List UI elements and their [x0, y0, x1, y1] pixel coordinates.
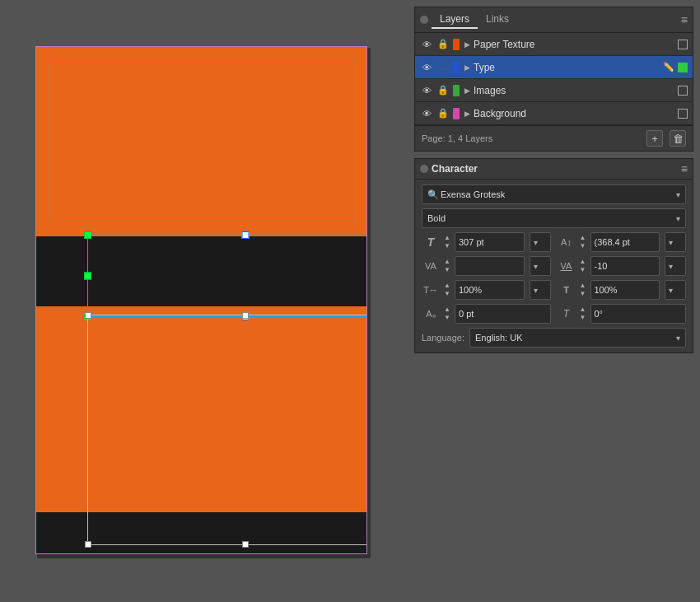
leading-input-group[interactable]: [590, 232, 660, 252]
language-dropdown[interactable]: English: UK ▾: [469, 328, 686, 348]
tracking-spinners: ▲ ▼: [443, 258, 451, 274]
layer-row-paper-texture[interactable]: 👁 🔒 ▶ Paper Texture: [415, 33, 693, 56]
fontsize-down[interactable]: ▼: [443, 242, 451, 250]
layers-panel-titlebar: Layers Links ≡: [415, 7, 693, 33]
baseline-down[interactable]: ▼: [443, 314, 451, 322]
layer-row-type[interactable]: 👁 — ▶ Type ✏️: [415, 56, 693, 79]
font-name-row: 🔍 Exensa Grotesk ▾: [422, 184, 686, 204]
vertscale-up[interactable]: ▲: [579, 282, 587, 290]
language-value: English: UK: [475, 333, 676, 343]
fontsize-unit-arrow: ▾: [534, 238, 538, 247]
layer-edit-icon-type[interactable]: ✏️: [663, 62, 674, 72]
font-name-dropdown[interactable]: 🔍 Exensa Grotesk ▾: [422, 184, 686, 204]
skew-up[interactable]: ▲: [579, 306, 587, 314]
vertscale-unit-dropdown[interactable]: ▾: [665, 280, 686, 300]
tab-layers[interactable]: Layers: [432, 11, 478, 29]
character-panel-titlebar: Character ≡: [415, 159, 693, 180]
tracking-input[interactable]: [459, 261, 520, 271]
page-container: Trainspotting: [35, 46, 369, 557]
vertscale-input-group[interactable]: [590, 280, 660, 300]
leading-down[interactable]: ▼: [579, 242, 587, 250]
character-panel-menu-icon[interactable]: ≡: [681, 162, 688, 175]
leading-icon: A↕: [558, 237, 576, 247]
horizscale-up[interactable]: ▲: [443, 282, 451, 290]
skew-down[interactable]: ▼: [579, 314, 587, 322]
orange-inner-rect: [49, 59, 356, 224]
scale-row: T↔ ▲ ▼ ▾ T ▲ ▼: [422, 280, 686, 300]
fontsize-input-group[interactable]: [455, 232, 525, 252]
layer-eye-background[interactable]: 👁: [420, 107, 433, 120]
layer-eye-paper-texture[interactable]: 👁: [420, 38, 433, 51]
artboard-page[interactable]: Trainspotting: [35, 46, 367, 554]
font-search-icon: 🔍: [427, 189, 439, 200]
layer-name-images: Images: [474, 85, 674, 96]
kerning-down[interactable]: ▼: [579, 266, 587, 274]
vertscale-input[interactable]: [595, 285, 656, 295]
horizscale-unit-dropdown[interactable]: ▾: [530, 280, 551, 300]
skew-input-group[interactable]: [590, 304, 687, 324]
baseline-up[interactable]: ▲: [443, 306, 451, 314]
horizscale-input[interactable]: [459, 285, 520, 295]
right-panels: Layers Links ≡ 👁 🔒 ▶ Paper Texture 👁 — ▶…: [408, 0, 700, 602]
skew-icon: T: [558, 308, 576, 320]
kerning-up[interactable]: ▲: [579, 258, 587, 266]
layer-expand-type: ▶: [464, 63, 470, 72]
layer-color-paper-texture: [453, 39, 460, 50]
layers-panel-menu-icon[interactable]: ≡: [681, 13, 688, 26]
tracking-down[interactable]: ▼: [443, 266, 451, 274]
fontsize-unit-dropdown[interactable]: ▾: [530, 232, 551, 252]
tracking-input-group[interactable]: [455, 256, 525, 276]
layer-lock-background[interactable]: 🔒: [436, 107, 450, 120]
vertscale-down[interactable]: ▼: [579, 290, 587, 298]
layer-lock-paper-texture[interactable]: 🔒: [436, 38, 450, 51]
character-panel-close[interactable]: [420, 165, 428, 173]
language-arrow: ▾: [676, 334, 680, 343]
footer-delete-layer-btn[interactable]: 🗑: [670, 130, 686, 147]
tracking-kerning-row: VA ▲ ▼ ▾ VA ▲ ▼: [422, 256, 686, 276]
footer-add-layer-btn[interactable]: +: [646, 130, 663, 147]
kerning-input-group[interactable]: [590, 256, 660, 276]
language-row: Language: English: UK ▾: [422, 328, 686, 348]
horizscale-down[interactable]: ▼: [443, 290, 451, 298]
fontsize-input[interactable]: [459, 237, 520, 247]
baseline-input[interactable]: [459, 309, 547, 319]
vertscale-icon: T: [558, 285, 576, 295]
layer-row-background[interactable]: 👁 🔒 ▶ Background: [415, 102, 693, 125]
layer-sq-type: [678, 63, 688, 72]
layer-sq-background: [678, 109, 688, 119]
baseline-input-group[interactable]: [455, 304, 551, 324]
layer-expand-images: ▶: [464, 86, 470, 95]
font-style-dropdown[interactable]: Bold ▾: [422, 208, 686, 228]
canvas-area: Trainspotting: [0, 0, 404, 602]
tracking-up[interactable]: ▲: [443, 258, 451, 266]
character-panel-title: Character: [432, 163, 678, 175]
kerning-unit-dropdown[interactable]: ▾: [665, 256, 686, 276]
leading-spinners: ▲ ▼: [579, 234, 587, 250]
layer-eye-images[interactable]: 👁: [420, 84, 433, 97]
layer-expand-background: ▶: [464, 110, 470, 118]
fontsize-up[interactable]: ▲: [443, 234, 451, 242]
font-style-arrow: ▾: [676, 214, 680, 223]
leading-unit-dropdown[interactable]: ▾: [665, 232, 686, 252]
skew-input[interactable]: [595, 309, 683, 319]
layer-name-background: Background: [474, 108, 674, 119]
character-panel-body: 🔍 Exensa Grotesk ▾ Bold ▾ T ▲ ▼: [415, 180, 693, 352]
tracking-unit-dropdown[interactable]: ▾: [530, 256, 551, 276]
layer-lock-images[interactable]: 🔒: [436, 84, 450, 97]
layer-name-type: Type: [474, 62, 660, 73]
language-label: Language:: [422, 333, 464, 343]
tab-links[interactable]: Links: [478, 11, 517, 29]
kerning-input[interactable]: [595, 261, 656, 271]
font-style-row: Bold ▾: [422, 208, 686, 228]
leading-input[interactable]: [595, 237, 656, 247]
layer-eye-type[interactable]: 👁: [420, 61, 433, 74]
fontsize-leading-row: T ▲ ▼ ▾ A↕ ▲ ▼: [422, 232, 686, 252]
leading-up[interactable]: ▲: [579, 234, 587, 242]
layer-sq-images: [678, 86, 688, 96]
layers-panel: Layers Links ≡ 👁 🔒 ▶ Paper Texture 👁 — ▶…: [414, 7, 693, 152]
footer-page-label: Page: 1, 4 Layers: [422, 133, 492, 143]
horizscale-input-group[interactable]: [455, 280, 525, 300]
layer-row-images[interactable]: 👁 🔒 ▶ Images: [415, 79, 693, 102]
layers-panel-footer: Page: 1, 4 Layers + 🗑: [415, 125, 693, 151]
layers-panel-close[interactable]: [420, 16, 428, 24]
